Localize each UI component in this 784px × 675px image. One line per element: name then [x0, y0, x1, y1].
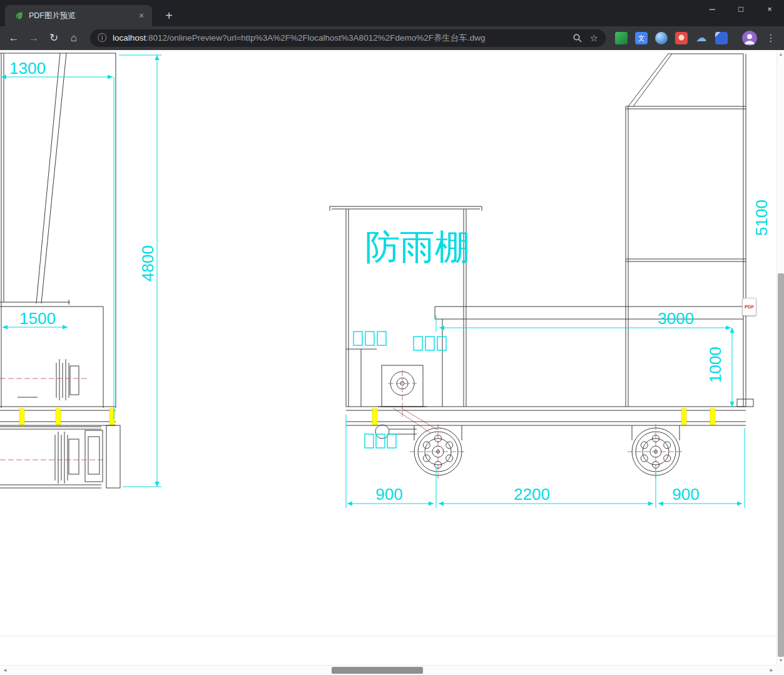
- browser-menu-icon[interactable]: ⋮: [765, 31, 777, 46]
- dim-3000: 3000: [658, 309, 694, 328]
- dim-2200: 2200: [514, 485, 550, 504]
- scrollbar-corner: [776, 665, 784, 675]
- address-bar[interactable]: ⓘ localhost:8012/onlinePreview?url=http%…: [90, 29, 606, 47]
- minimize-button[interactable]: ─: [698, 0, 726, 20]
- page-info-icon[interactable]: ⓘ: [98, 33, 106, 44]
- pdf-widget-icon[interactable]: PDF: [742, 298, 756, 316]
- dimension-lines: [1, 55, 745, 508]
- dim-1000: 1000: [706, 347, 725, 383]
- vertical-scrollbar-thumb[interactable]: [778, 273, 784, 657]
- back-button[interactable]: ←: [6, 31, 21, 46]
- cad-drawing: 1300 4800 1500 防雨棚 5100 3000 1000 900 22…: [0, 50, 776, 665]
- bookmark-star-icon[interactable]: ☆: [590, 33, 598, 43]
- page-content: 1300 4800 1500 防雨棚 5100 3000 1000 900 22…: [0, 50, 776, 665]
- horizontal-scrollbar[interactable]: ◄ ►: [0, 665, 776, 675]
- dim-900-rear: 900: [672, 485, 699, 504]
- browser-window: PDF图片预览 × + ─ □ × ← → ↻ ⌂ ⓘ localhost:80…: [0, 0, 784, 675]
- wheel-front: [410, 424, 466, 479]
- scroll-right-icon[interactable]: ►: [767, 666, 776, 675]
- tab-title: PDF图片预览: [29, 11, 136, 21]
- zoom-icon[interactable]: [573, 33, 583, 43]
- horizontal-scrollbar-thumb[interactable]: [332, 667, 423, 674]
- dim-1300: 1300: [9, 59, 46, 78]
- scroll-down-icon[interactable]: ▼: [777, 657, 784, 664]
- extension-red-icon[interactable]: [675, 32, 688, 44]
- maximize-button[interactable]: □: [726, 0, 755, 20]
- extension-cloud-icon[interactable]: ☁: [694, 31, 709, 46]
- left-elevation-view: [0, 53, 120, 488]
- home-button[interactable]: ⌂: [66, 31, 81, 46]
- extension-translate-icon[interactable]: 文: [635, 32, 648, 44]
- forward-button[interactable]: →: [26, 31, 41, 46]
- extension-blue-circle-icon[interactable]: [655, 32, 668, 44]
- url-text: localhost:8012/onlinePreview?url=http%3A…: [113, 33, 565, 44]
- extension-shield-icon[interactable]: [715, 32, 728, 44]
- dim-900-front: 900: [375, 485, 402, 504]
- dim-4800: 4800: [138, 245, 157, 282]
- dim-5100: 5100: [752, 200, 771, 236]
- extension-green-icon[interactable]: [615, 32, 628, 44]
- tab-favicon-leaf-icon: [14, 11, 24, 21]
- url-path: :8012/onlinePreview?url=http%3A%2F%2Floc…: [146, 33, 485, 43]
- tab-close-icon[interactable]: ×: [136, 10, 147, 21]
- shelter-label: 防雨棚: [365, 227, 470, 266]
- scroll-up-icon[interactable]: ▲: [777, 51, 784, 58]
- browser-toolbar: ← → ↻ ⌂ ⓘ localhost:8012/onlinePreview?u…: [0, 26, 784, 50]
- tab-pdf-preview[interactable]: PDF图片预览 ×: [5, 5, 152, 26]
- new-tab-button[interactable]: +: [160, 8, 178, 25]
- dim-1500: 1500: [19, 309, 56, 328]
- reload-button[interactable]: ↻: [46, 31, 61, 46]
- close-button[interactable]: ×: [755, 0, 784, 20]
- url-host: localhost: [113, 33, 146, 43]
- tab-strip: PDF图片预览 × + ─ □ ×: [0, 0, 784, 26]
- profile-avatar[interactable]: [742, 31, 757, 46]
- scroll-left-icon[interactable]: ◄: [1, 666, 9, 675]
- vertical-scrollbar[interactable]: ▲ ▼: [776, 50, 784, 665]
- pdf-widget-label: PDF: [745, 304, 754, 310]
- window-controls: ─ □ ×: [698, 0, 784, 20]
